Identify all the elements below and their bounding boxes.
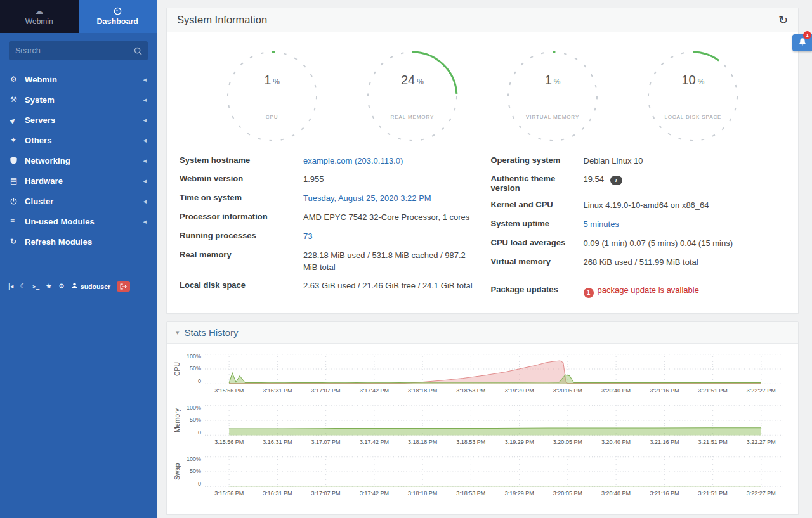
x-axis-tick: 3:16:31 PM [263, 439, 292, 445]
chart-swap: Swap100%50%03:15:56 PM3:16:31 PM3:17:07 … [172, 456, 785, 500]
chart-x-axis: 3:15:56 PM3:16:31 PM3:17:07 PM3:17:42 PM… [205, 439, 785, 448]
chevron-left-icon: ◂ [143, 96, 147, 104]
gauge-virtual-memory: 1%VIRTUAL MEMORY [505, 49, 600, 144]
x-axis-tick: 3:18:53 PM [456, 387, 485, 394]
settings-icon[interactable]: ⚙ [55, 280, 68, 293]
logout-button[interactable] [117, 281, 130, 292]
info-label: Authentic theme version [491, 174, 584, 193]
collapse-icon[interactable]: |◂ [5, 280, 16, 293]
info-label: Local disk space [180, 280, 303, 290]
sidebar-item-label: Servers [25, 115, 143, 125]
info-row-virtual-memory: Virtual memory268 KiB used / 511.99 MiB … [491, 253, 786, 281]
chart-axis-title: CPU [172, 354, 182, 384]
stats-charts: CPU100%50%03:15:56 PM3:16:31 PM3:17:07 P… [167, 344, 798, 514]
hdd-icon: ▤ [10, 176, 25, 185]
sidebar-item-hardware[interactable]: ▤Hardware◂ [0, 171, 157, 191]
tab-webmin[interactable]: ☁ Webmin [0, 0, 79, 33]
info-label: Running processes [180, 231, 303, 240]
gauge-dial [225, 49, 320, 144]
y-axis-tick: 100% [187, 456, 201, 462]
info-label: Kernel and CPU [491, 200, 584, 209]
info-value[interactable]: Tuesday, August 25, 2020 3:22 PM [303, 193, 431, 203]
terminal-icon[interactable]: >_ [29, 281, 43, 292]
info-row-processor-information: Processor informationAMD EPYC 7542 32-Co… [180, 209, 475, 228]
sidebar-item-refresh-modules[interactable]: ↻Refresh Modules [0, 231, 157, 252]
info-value: 268 KiB used / 511.99 MiB total [584, 257, 698, 267]
moon-icon[interactable]: ☾ [16, 280, 29, 293]
chart-x-axis: 3:15:56 PM3:16:31 PM3:17:07 PM3:17:42 PM… [205, 490, 785, 500]
gauge-label: CPU [225, 114, 320, 120]
chevron-left-icon: ◂ [143, 116, 147, 124]
x-axis-tick: 3:22:27 PM [747, 490, 776, 496]
info-label: Processor information [180, 212, 303, 221]
x-axis-tick: 3:21:16 PM [650, 490, 679, 496]
x-axis-tick: 3:20:40 PM [601, 490, 631, 496]
x-axis-tick: 3:21:51 PM [698, 387, 728, 394]
info-row-webmin-version: Webmin version1.955 [180, 171, 475, 190]
info-value: 19.54 [584, 174, 605, 184]
search-icon[interactable] [134, 46, 142, 58]
x-axis-tick: 3:17:07 PM [311, 490, 341, 496]
chevron-left-icon: ◂ [143, 197, 147, 205]
gear-icon: ⚙ [10, 75, 25, 84]
sidebar-item-others[interactable]: ✦Others◂ [0, 130, 157, 150]
info-row-real-memory: Real memory228.18 MiB used / 531.8 MiB c… [180, 246, 475, 277]
info-label: Webmin version [180, 174, 303, 183]
sidebar-item-un-used-modules[interactable]: ≡Un-used Modules◂ [0, 211, 157, 231]
user-menu[interactable]: sudouser [68, 282, 114, 290]
x-axis-tick: 3:16:31 PM [263, 490, 292, 496]
gauge-unit: % [417, 77, 424, 86]
stats-history-header[interactable]: ▾ Stats History [167, 322, 798, 344]
x-axis-tick: 3:18:18 PM [408, 490, 437, 496]
info-value[interactable]: 73 [303, 231, 312, 241]
tab-webmin-label: Webmin [25, 17, 53, 26]
info-value: 2.63 GiB used / 21.46 GiB free / 24.1 Gi… [303, 281, 473, 290]
tab-dashboard[interactable]: Dashboard [79, 0, 157, 33]
info-row-operating-system: Operating systemDebian Linux 10 [491, 152, 786, 171]
info-value: Debian Linux 10 [584, 156, 643, 165]
x-axis-tick: 3:19:29 PM [505, 387, 534, 394]
chart-cpu: CPU100%50%03:15:56 PM3:16:31 PM3:17:07 P… [172, 354, 785, 397]
info-row-authentic-theme-version: Authentic theme version19.54i [491, 171, 786, 197]
info-value: Linux 4.19.0-10-amd64 on x86_64 [584, 200, 709, 210]
info-icon[interactable]: i [610, 176, 622, 185]
x-axis-tick: 3:15:56 PM [214, 387, 244, 394]
info-value[interactable]: package update is available [598, 285, 699, 295]
stats-history-panel: ▾ Stats History CPU100%50%03:15:56 PM3:1… [166, 321, 799, 515]
y-axis-tick: 100% [187, 354, 201, 359]
y-axis-tick: 50% [190, 366, 201, 372]
user-icon [71, 282, 78, 290]
sidebar-item-cluster[interactable]: Cluster◂ [0, 191, 157, 211]
gauge-unit: % [698, 77, 705, 86]
x-axis-tick: 3:21:16 PM [650, 387, 679, 394]
info-row-package-updates: Package updates1package update is availa… [491, 281, 786, 301]
gauges-row: 1%CPU24%REAL MEMORY1%VIRTUAL MEMORY10%LO… [167, 32, 798, 146]
info-value: AMD EPYC 7542 32-Core Processor, 1 cores [303, 212, 469, 222]
sidebar-item-webmin[interactable]: ⚙Webmin◂ [0, 69, 157, 89]
sidebar-item-networking[interactable]: Networking◂ [0, 150, 157, 171]
cloud-icon: ☁ [35, 7, 43, 15]
info-row-time-on-system: Time on systemTuesday, August 25, 2020 3… [180, 190, 475, 209]
sidebar-item-label: Cluster [25, 197, 143, 206]
info-label: Time on system [180, 193, 303, 202]
sidebar-item-system[interactable]: ⚒System◂ [0, 89, 157, 110]
x-axis-tick: 3:18:53 PM [456, 490, 485, 496]
chart-y-axis: 100%50%0 [182, 456, 205, 487]
info-value[interactable]: example.com (203.0.113.0) [303, 156, 403, 165]
y-axis-tick: 0 [198, 430, 201, 436]
search-input[interactable] [9, 41, 148, 60]
x-axis-tick: 3:15:56 PM [214, 439, 244, 445]
dashboard-icon [114, 7, 122, 15]
power-icon [10, 198, 25, 205]
favorites-icon[interactable]: ★ [43, 280, 55, 293]
y-axis-tick: 0 [198, 481, 201, 487]
x-axis-tick: 3:21:51 PM [698, 439, 728, 445]
sidebar-footer: |◂☾>_★⚙sudouser [0, 280, 157, 293]
sidebar-item-servers[interactable]: ▶Servers◂ [0, 110, 157, 130]
notifications-button[interactable]: 1 [792, 34, 812, 51]
info-label: System hostname [180, 155, 303, 165]
chevron-left-icon: ◂ [143, 217, 147, 226]
info-row-kernel-and-cpu: Kernel and CPULinux 4.19.0-10-amd64 on x… [491, 197, 786, 216]
refresh-page-icon[interactable]: ↻ [778, 15, 788, 26]
info-value[interactable]: 5 minutes [584, 219, 619, 229]
